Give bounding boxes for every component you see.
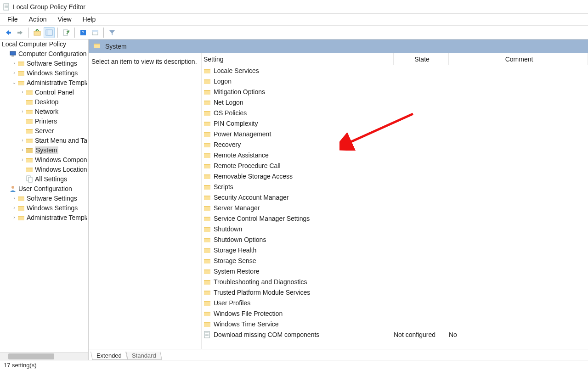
svg-rect-86 (204, 260, 210, 263)
tree-item[interactable]: ›Software Settings (0, 58, 88, 68)
setting-name: Logon (214, 78, 232, 85)
list-row[interactable]: Removable Storage Access (202, 171, 588, 181)
tree-item[interactable]: ›Control Panel (0, 87, 88, 97)
list-row[interactable]: Mitigation Options (202, 86, 588, 97)
svg-rect-46 (18, 217, 24, 220)
folder-icon (204, 310, 211, 317)
list-row[interactable]: Windows Time Service (202, 319, 588, 329)
list-row[interactable]: System Restore (202, 266, 588, 276)
setting-state: Not configured (394, 331, 449, 338)
list-row[interactable]: Storage Health (202, 245, 588, 255)
properties-icon[interactable] (90, 27, 101, 38)
chevron-right-icon[interactable]: › (19, 108, 26, 115)
chevron-right-icon[interactable]: › (19, 147, 26, 153)
folder-icon (204, 109, 211, 117)
list-row[interactable]: Logon (202, 76, 588, 86)
column-setting[interactable]: Setting (202, 53, 394, 65)
chevron-down-icon[interactable]: ⌄ (11, 79, 17, 86)
tree-item[interactable]: ⌄Administrative Templates (0, 78, 88, 87)
tree-item[interactable]: ›Windows Settings (0, 68, 88, 78)
setting-name: Storage Health (214, 247, 256, 254)
list-row[interactable]: Shutdown (202, 224, 588, 234)
setting-name: Storage Sense (214, 257, 256, 264)
column-state[interactable]: State (394, 53, 449, 65)
tree-item[interactable]: Desktop (0, 97, 88, 107)
setting-name: Locale Services (214, 67, 259, 74)
folder-icon (204, 320, 211, 328)
tree-item[interactable]: ›Network (0, 107, 88, 116)
help-icon[interactable]: ? (78, 27, 89, 38)
menu-help[interactable]: Help (77, 14, 102, 25)
list-row[interactable]: Power Management (202, 129, 588, 139)
list-row[interactable]: Storage Sense (202, 255, 588, 266)
filter-icon[interactable] (107, 27, 118, 38)
list-row[interactable]: OS Policies (202, 107, 588, 118)
scrollbar-thumb[interactable] (8, 353, 54, 359)
svg-rect-17 (18, 72, 24, 76)
list-row[interactable]: Server Manager (202, 202, 588, 213)
tree-item[interactable]: All Settings (0, 174, 88, 184)
tree-item[interactable]: ›Windows Components (0, 155, 88, 164)
chevron-right-icon[interactable]: › (19, 89, 26, 95)
list-row[interactable]: Troubleshooting and Diagnostics (202, 276, 588, 287)
tree-item[interactable]: Computer Configuration (0, 49, 88, 58)
tree-item[interactable]: Server (0, 126, 88, 135)
list-row[interactable]: Windows File Protection (202, 308, 588, 319)
tree-item[interactable]: ›Software Settings (0, 193, 88, 203)
nav-back-icon[interactable] (3, 27, 14, 38)
list-row[interactable]: Download missing COM componentsNot confi… (202, 329, 588, 340)
tab-standard[interactable]: Standard (126, 352, 162, 360)
chevron-right-icon[interactable]: › (19, 137, 26, 144)
menu-view[interactable]: View (52, 14, 77, 25)
list-row[interactable]: Remote Assistance (202, 150, 588, 160)
chevron-right-icon[interactable]: › (11, 195, 17, 202)
tree-h-scrollbar[interactable] (0, 352, 88, 360)
tree-item-label: System (35, 146, 58, 154)
list-row[interactable]: User Profiles (202, 297, 588, 308)
menu-action[interactable]: Action (23, 14, 52, 25)
list-row[interactable]: Security Account Manager (202, 192, 588, 202)
list-row[interactable]: PIN Complexity (202, 118, 588, 129)
chevron-right-icon[interactable]: › (19, 157, 26, 163)
description-column: Select an item to view its description. (89, 53, 202, 349)
chevron-right-icon[interactable]: › (11, 60, 17, 67)
tree-header[interactable]: Local Computer Policy (0, 39, 88, 49)
chevron-right-icon[interactable]: › (11, 70, 17, 76)
tree-item[interactable]: ›System (0, 145, 88, 155)
export-icon[interactable] (61, 27, 72, 38)
tree-item-label: Software Settings (27, 195, 77, 202)
up-folder-icon[interactable] (32, 27, 43, 38)
folder-icon (26, 118, 33, 125)
list-row[interactable]: Trusted Platform Module Services (202, 287, 588, 297)
tree-item[interactable]: ›Administrative Templates (0, 213, 88, 222)
show-tree-icon[interactable] (44, 27, 55, 38)
list-row[interactable]: Net Logon (202, 97, 588, 107)
tree-item[interactable]: User Configuration (0, 184, 88, 193)
setting-name: Server Manager (214, 204, 260, 212)
tree-item[interactable]: Printers (0, 116, 88, 126)
svg-rect-25 (26, 111, 33, 114)
list-row[interactable]: Recovery (202, 139, 588, 150)
list-row[interactable]: Remote Procedure Call (202, 160, 588, 171)
chevron-right-icon[interactable]: › (11, 205, 17, 211)
tree-item-label: Windows Components (35, 156, 87, 163)
tree-item-label: Windows Settings (27, 69, 78, 77)
tree-item[interactable]: Windows Location (0, 164, 88, 174)
tree-item[interactable]: ›Windows Settings (0, 203, 88, 213)
menu-file[interactable]: File (2, 14, 23, 25)
svg-rect-82 (204, 239, 210, 242)
tab-extended[interactable]: Extended (90, 352, 128, 360)
folder-icon (26, 127, 33, 135)
list-row[interactable]: Locale Services (202, 65, 588, 76)
folder-icon (204, 194, 211, 201)
tree-item[interactable]: ›Start Menu and Taskbar (0, 135, 88, 145)
list-row[interactable]: Scripts (202, 181, 588, 192)
list-row[interactable]: Service Control Manager Settings (202, 213, 588, 224)
svg-rect-0 (4, 4, 9, 10)
svg-rect-11 (92, 30, 98, 32)
column-comment[interactable]: Comment (449, 53, 588, 65)
chevron-right-icon[interactable]: › (11, 214, 17, 221)
list-row[interactable]: Shutdown Options (202, 234, 588, 245)
nav-forward-icon[interactable] (15, 27, 26, 38)
svg-rect-52 (204, 80, 210, 84)
